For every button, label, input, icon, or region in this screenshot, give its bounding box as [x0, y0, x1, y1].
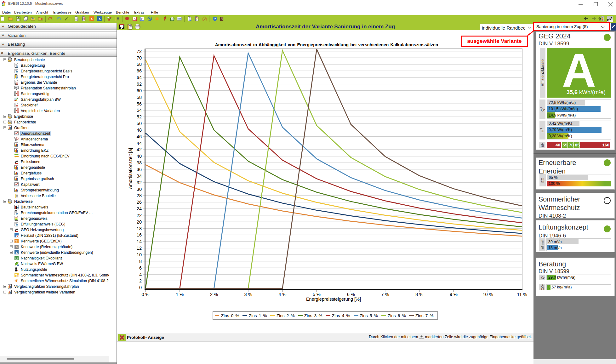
svg-text:Zins 2 %: Zins 2 % — [277, 313, 295, 318]
svg-text:64: 64 — [137, 75, 142, 80]
svg-text:SBS: SBS — [178, 18, 181, 20]
svg-text:Amortisationszeit in Abhängigk: Amortisationszeit in Abhängigkeit von En… — [215, 43, 438, 47]
svg-text:W: W — [16, 225, 18, 226]
svg-text:0 %: 0 % — [142, 292, 150, 297]
svg-text:18: 18 — [137, 226, 142, 231]
svg-text:5 %: 5 % — [313, 292, 321, 297]
svg-text:8: 8 — [139, 259, 142, 264]
svg-text:66: 66 — [137, 68, 142, 73]
svg-text:10: 10 — [137, 252, 142, 257]
svg-text:Σ: Σ — [98, 17, 101, 21]
svg-text:32: 32 — [137, 180, 142, 185]
svg-text:6: 6 — [139, 265, 142, 270]
svg-text:50: 50 — [137, 121, 142, 126]
svg-text:10 %: 10 % — [482, 292, 493, 297]
svg-text:1 %: 1 % — [176, 292, 184, 297]
svg-text:Zins 7 %: Zins 7 % — [415, 313, 434, 318]
svg-text:70: 70 — [137, 55, 142, 60]
svg-text:9 %: 9 % — [450, 292, 458, 297]
svg-text:2 %: 2 % — [210, 292, 218, 297]
svg-text:Σ: Σ — [90, 17, 93, 21]
svg-text:W: W — [16, 105, 18, 107]
svg-text:11 %: 11 % — [517, 292, 527, 297]
svg-text:30: 30 — [137, 187, 142, 192]
svg-text:8 %: 8 % — [415, 292, 423, 297]
svg-text:62: 62 — [137, 82, 142, 87]
svg-text:58: 58 — [137, 95, 142, 100]
svg-text:38: 38 — [137, 160, 142, 165]
svg-text:54: 54 — [137, 108, 142, 113]
svg-text:Energiepreissteigerung [%]: Energiepreissteigerung [%] — [306, 297, 361, 302]
svg-text:28: 28 — [137, 193, 142, 198]
svg-text:Zins 3 %: Zins 3 % — [304, 313, 322, 318]
svg-text:W: W — [16, 213, 18, 215]
svg-text:P: P — [141, 17, 143, 20]
svg-text:16: 16 — [137, 232, 142, 237]
svg-text:7 %: 7 % — [381, 292, 389, 297]
svg-text:56: 56 — [137, 101, 142, 106]
svg-text:A: A — [134, 17, 136, 20]
svg-text:12: 12 — [137, 246, 142, 251]
svg-text:Zins 4 %: Zins 4 % — [332, 313, 350, 318]
svg-text:W: W — [17, 208, 19, 209]
svg-text:40: 40 — [137, 154, 142, 159]
svg-text:4 %: 4 % — [278, 292, 286, 297]
svg-text:Σ: Σ — [15, 239, 18, 243]
svg-text:3 %: 3 % — [244, 292, 252, 297]
svg-text:W: W — [16, 66, 18, 68]
svg-text:0: 0 — [139, 285, 142, 290]
svg-text:W: W — [16, 77, 18, 79]
svg-text:26: 26 — [137, 200, 142, 205]
svg-text:4: 4 — [139, 272, 142, 277]
svg-text:34: 34 — [137, 173, 142, 179]
svg-text:Zins 1 %: Zins 1 % — [249, 313, 267, 318]
svg-text:Σ: Σ — [15, 245, 18, 249]
svg-text:44: 44 — [137, 141, 142, 146]
svg-text:52: 52 — [137, 114, 142, 119]
svg-text:Σ: Σ — [15, 251, 18, 254]
svg-text:Zins 6 %: Zins 6 % — [388, 313, 406, 318]
svg-text:22: 22 — [137, 213, 142, 218]
svg-text:W: W — [16, 83, 18, 85]
svg-text:W: W — [17, 264, 19, 266]
svg-text:48: 48 — [137, 128, 142, 133]
svg-text:Zins 5 %: Zins 5 % — [360, 313, 378, 318]
svg-text:A: A — [17, 270, 19, 271]
svg-text:2: 2 — [139, 278, 142, 283]
svg-text:14: 14 — [137, 239, 142, 244]
svg-text:W: W — [190, 19, 191, 21]
svg-text:?: ? — [214, 17, 216, 21]
svg-text:46: 46 — [137, 134, 142, 139]
svg-text:A: A — [17, 275, 18, 277]
svg-text:24: 24 — [137, 206, 142, 211]
svg-text:6 %: 6 % — [347, 292, 355, 297]
svg-text:72: 72 — [137, 49, 142, 54]
svg-text:Zins 0 %: Zins 0 % — [221, 313, 239, 318]
svg-text:68: 68 — [137, 62, 142, 67]
svg-text:A: A — [17, 235, 18, 237]
svg-text:60: 60 — [137, 88, 142, 93]
svg-text:36: 36 — [137, 167, 142, 172]
svg-text::: : — [18, 281, 18, 283]
svg-text:20: 20 — [137, 219, 142, 225]
svg-text:Amortisationszeit [a]: Amortisationszeit [a] — [128, 148, 133, 189]
svg-text:W: W — [16, 71, 18, 73]
svg-text:42: 42 — [137, 147, 142, 152]
